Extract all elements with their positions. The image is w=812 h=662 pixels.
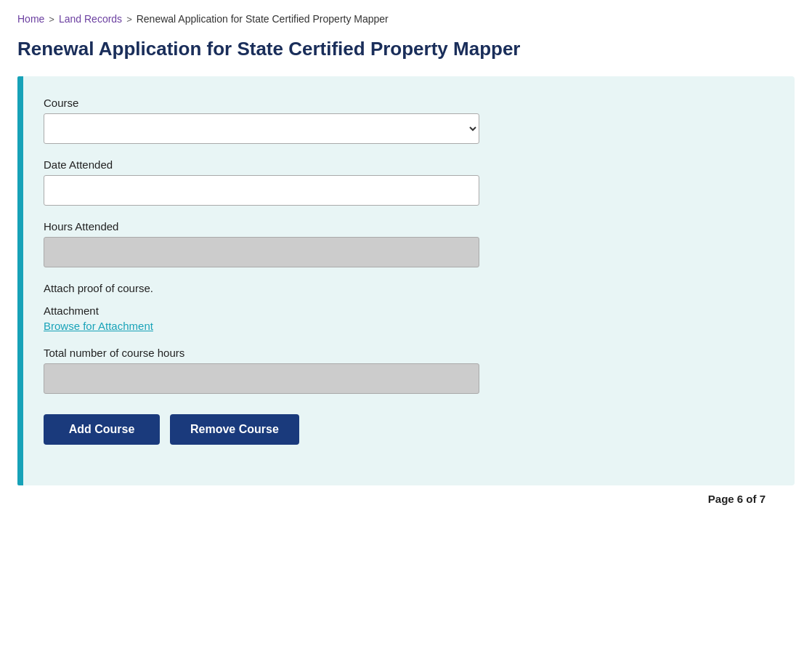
- total-hours-label: Total number of course hours: [44, 347, 768, 359]
- card-container: Course Date Attended Hours Attended Atta…: [17, 76, 795, 485]
- pagination-row: Page 6 of 7: [17, 493, 795, 505]
- breadcrumb-home[interactable]: Home: [17, 13, 44, 25]
- left-accent-border: [17, 76, 23, 485]
- breadcrumb-separator-2: >: [126, 14, 132, 25]
- course-label: Course: [44, 97, 768, 109]
- button-row: Add Course Remove Course: [44, 414, 768, 445]
- proof-text: Attach proof of course.: [44, 282, 768, 294]
- course-select[interactable]: [44, 113, 479, 144]
- page-wrapper: Home > Land Records > Renewal Applicatio…: [0, 0, 812, 518]
- breadcrumb-land-records[interactable]: Land Records: [59, 13, 122, 25]
- breadcrumb-current: Renewal Application for State Certified …: [137, 13, 389, 25]
- course-field-group: Course: [44, 97, 768, 144]
- hours-attended-input: [44, 237, 479, 267]
- date-attended-field-group: Date Attended: [44, 158, 768, 206]
- attachment-label: Attachment: [44, 304, 768, 317]
- page-title: Renewal Application for State Certified …: [17, 38, 795, 60]
- remove-course-button[interactable]: Remove Course: [170, 414, 299, 445]
- hours-attended-field-group: Hours Attended: [44, 220, 768, 267]
- date-attended-input[interactable]: [44, 175, 479, 206]
- browse-attachment-link[interactable]: Browse for Attachment: [44, 320, 153, 332]
- breadcrumb-separator-1: >: [49, 14, 54, 25]
- add-course-button[interactable]: Add Course: [44, 414, 160, 445]
- total-hours-input: [44, 363, 479, 394]
- card-body: Course Date Attended Hours Attended Atta…: [23, 76, 795, 485]
- breadcrumb: Home > Land Records > Renewal Applicatio…: [17, 13, 795, 25]
- pagination-text: Page 6 of 7: [708, 493, 766, 505]
- hours-attended-label: Hours Attended: [44, 220, 768, 233]
- date-attended-label: Date Attended: [44, 158, 768, 171]
- total-hours-field-group: Total number of course hours: [44, 347, 768, 394]
- attachment-section: Attachment Browse for Attachment: [44, 304, 768, 332]
